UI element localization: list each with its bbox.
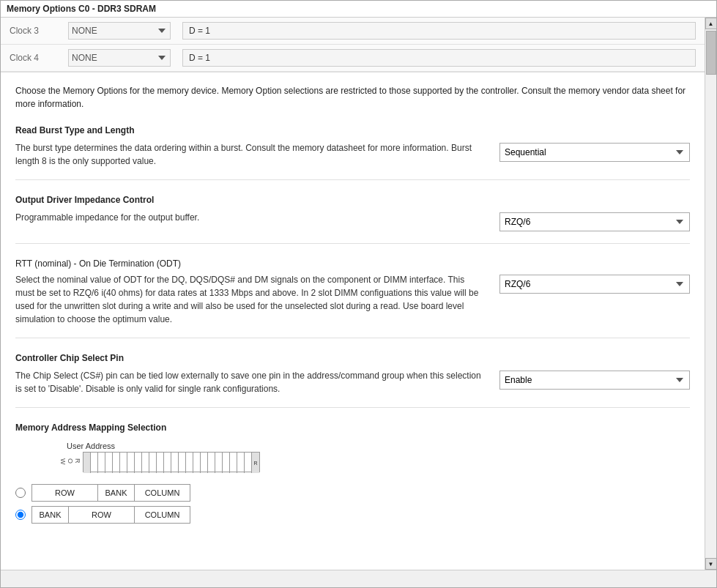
radio-opt1[interactable] [15,488,26,498]
main-content: Clock 3 NONE D = 1 Clock 4 NONE D = 1 [1,18,705,570]
scroll-down-btn[interactable]: ▼ [705,558,717,570]
title-bar: Memory Options C0 - DDR3 SDRAM [1,1,716,18]
scroll-thumb[interactable] [706,31,716,75]
clock3-label: Clock 3 [10,26,68,36]
main-window: Memory Options C0 - DDR3 SDRAM Clock 3 N… [0,0,717,588]
clock4-select[interactable]: NONE [68,49,171,67]
burst-control: Sequential Interleaved [499,141,690,162]
radio-row-2: BANK ROW COLUMN [15,506,690,524]
burst-section: Read Burst Type and Length The burst typ… [15,125,690,180]
chip-select-dropdown[interactable]: Enable Disable [499,371,690,390]
rtt-dropdown[interactable]: RZQ/6 RZQ/4 RZQ/2 Disabled [499,275,690,294]
impedance-control: RZQ/6 RZQ/7 [499,211,690,231]
clock4-value: D = 1 [182,49,696,67]
mapping-section: Memory Address Mapping Selection User Ad… [15,423,690,540]
opt2-column-label: COLUMN [135,507,190,523]
address-diagram: User Address ROW [59,442,690,478]
clock4-label: Clock 4 [10,53,68,63]
mapping-title: Memory Address Mapping Selection [15,423,690,433]
burst-desc: The burst type determines the data order… [15,141,485,168]
radio-options: ROW BANK COLUMN BANK ROW COLUMN [15,484,690,524]
impedance-section: Output Driver Impedance Control Programm… [15,195,690,244]
impedance-desc: Programmable impedance for the output bu… [15,211,485,224]
clock3-row: Clock 3 NONE D = 1 [1,18,705,45]
rtt-title-bold: RTT [15,258,32,269]
chip-select-section: Controller Chip Select Pin The Chip Sele… [15,353,690,408]
impedance-dropdown[interactable]: RZQ/6 RZQ/7 [499,212,690,231]
window-title: Memory Options C0 - DDR3 SDRAM [7,4,156,14]
user-address-label: User Address [67,442,115,450]
impedance-title: Output Driver Impedance Control [15,195,690,205]
settings-area: Choose the Memory Options for the memory… [1,72,705,566]
clock4-row: Clock 4 NONE D = 1 [1,45,705,72]
scroll-up-btn[interactable]: ▲ [705,18,717,29]
clock3-select[interactable]: NONE [68,22,171,40]
opt1-row-label: ROW [32,485,98,501]
rtt-title: RTT (nominal) - On Die Termination (ODT) [15,258,690,269]
clock3-value: D = 1 [182,22,696,40]
rtt-section: RTT (nominal) - On Die Termination (ODT)… [15,258,690,338]
rtt-title-normal: (nominal) - On Die Termination (ODT) [32,258,181,269]
bottom-bar [1,570,716,587]
opt1-column-label: COLUMN [135,485,190,501]
opt2-row-label: ROW [69,507,135,523]
burst-title: Read Burst Type and Length [15,125,690,135]
opt2-bank-label: BANK [32,507,69,523]
chip-select-title: Controller Chip Select Pin [15,353,690,363]
chip-select-control: Enable Disable [499,369,690,390]
rtt-control: RZQ/6 RZQ/4 RZQ/2 Disabled [499,273,690,294]
radio-row-1: ROW BANK COLUMN [15,484,690,502]
opt1-bank-label: BANK [98,485,135,501]
chip-select-desc: The Chip Select (CS#) pin can be tied lo… [15,369,485,395]
scrollbar[interactable]: ▲ ▼ [705,18,716,570]
rtt-desc: Select the nominal value of ODT for the … [15,273,485,326]
radio-opt2[interactable] [15,510,26,520]
clock-section: Clock 3 NONE D = 1 Clock 4 NONE D = 1 [1,18,705,72]
intro-text: Choose the Memory Options for the memory… [15,84,690,111]
burst-dropdown[interactable]: Sequential Interleaved [499,143,690,162]
